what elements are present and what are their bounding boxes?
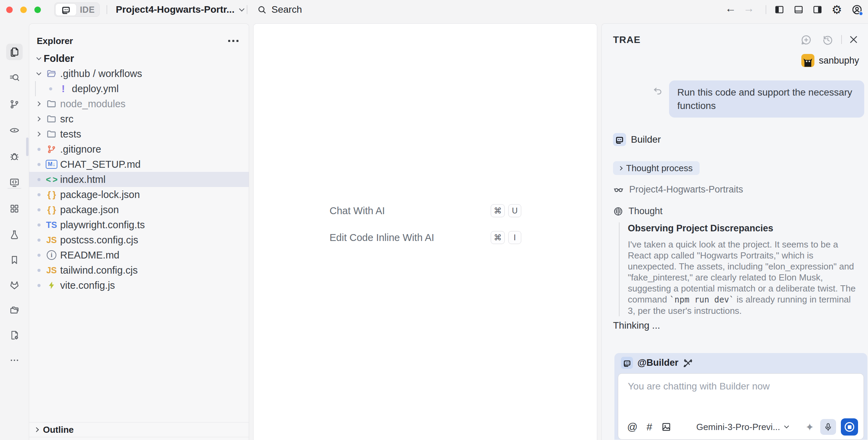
maximize-window-button[interactable] <box>34 7 41 13</box>
folder-icon <box>46 114 57 124</box>
user-avatar[interactable] <box>801 54 814 67</box>
global-search[interactable]: Search <box>257 4 302 15</box>
chevron-down-icon <box>784 424 789 428</box>
forward-button[interactable]: → <box>743 2 754 15</box>
ide-mode-segment[interactable]: IDE <box>76 5 98 15</box>
minimize-window-button[interactable] <box>20 7 27 13</box>
window-controls[interactable] <box>6 7 41 13</box>
bookmark-icon[interactable] <box>6 252 23 268</box>
source-control-icon[interactable] <box>6 96 23 112</box>
model-selector[interactable]: Gemini-3-Pro-Previ... <box>696 422 788 432</box>
tree-row-index-html[interactable]: < > index.html <box>29 172 249 187</box>
outline-section[interactable]: Outline <box>29 422 249 437</box>
modified-dot <box>34 163 44 166</box>
toggle-right-panel-button[interactable] <box>813 5 822 14</box>
thought-process-toggle[interactable]: Thought process <box>613 161 700 175</box>
shortcut-row-chat: Chat With AI ⌘ U <box>330 204 521 218</box>
u-keycap: U <box>508 204 521 217</box>
titlebar-divider <box>107 5 107 14</box>
tree-row-src[interactable]: src <box>29 111 249 126</box>
tree-row-playwright-config[interactable]: TS playwright.config.ts <box>29 217 249 232</box>
project-selector[interactable]: Project4-Hogwarts-Portr... <box>116 4 244 15</box>
search-icon <box>257 5 267 14</box>
thought-title: Observing Project Discrepancies <box>628 222 857 234</box>
i-keycap: I <box>508 231 521 244</box>
test-flask-icon[interactable] <box>6 227 23 243</box>
chevron-down-icon[interactable] <box>34 57 44 59</box>
back-button[interactable]: ← <box>725 2 736 15</box>
tree-row-gitignore[interactable]: .gitignore <box>29 142 249 157</box>
history-icon[interactable] <box>822 34 834 46</box>
enhance-sparkle-icon[interactable]: ✦ <box>805 421 814 433</box>
close-panel-icon[interactable] <box>848 34 859 45</box>
tree-row-chat-setup-md[interactable]: M↓ CHAT_SETUP.md <box>29 157 249 172</box>
projects-folder-icon[interactable] <box>6 302 23 318</box>
command-keycap: ⌘ <box>491 231 505 244</box>
builder-robot-icon <box>621 357 633 369</box>
mode-toggle[interactable]: IDE <box>54 2 100 17</box>
tree-row-vite-config[interactable]: vite.config.js <box>29 278 249 293</box>
folder-icon <box>46 99 57 109</box>
toggle-left-panel-button[interactable] <box>775 5 784 14</box>
explorer-scrollbar-thumb[interactable] <box>26 138 29 156</box>
close-window-button[interactable] <box>6 7 13 13</box>
mention-row: @Builder <box>614 353 867 369</box>
search-panel-icon[interactable] <box>6 70 23 86</box>
account-avatar[interactable] <box>852 4 863 16</box>
attach-image-icon[interactable] <box>661 422 671 432</box>
extensions-grid-icon[interactable] <box>6 200 23 217</box>
chevron-down-icon[interactable] <box>34 73 44 75</box>
file-tree: Folder .github / workflows ! deploy.yml <box>29 51 249 293</box>
tree-row-tests[interactable]: tests <box>29 126 249 142</box>
composer-toolbar: @ # Gemini-3-Pro-Previ... ✦ <box>627 418 858 436</box>
chevron-right-icon[interactable] <box>34 117 44 121</box>
debug-bug-icon[interactable] <box>6 148 23 165</box>
modified-dot <box>34 269 44 272</box>
voice-input-button[interactable] <box>820 419 836 435</box>
tree-row-package-json[interactable]: { } package.json <box>29 202 249 217</box>
chevron-down-icon <box>239 6 245 11</box>
thinking-status: Thinking ... <box>613 320 660 331</box>
more-actions-icon[interactable] <box>6 352 23 368</box>
context-hash-icon[interactable]: # <box>646 421 652 433</box>
explorer-more-button[interactable] <box>228 40 238 42</box>
tree-row-node-modules[interactable]: node_modules <box>29 96 249 111</box>
chevron-right-icon[interactable] <box>34 132 44 136</box>
project-reference-row[interactable]: Project4-Hogwarts-Portraits <box>613 184 743 195</box>
chevron-right-icon[interactable] <box>34 102 44 106</box>
shortcut-label: Chat With AI <box>330 205 385 217</box>
tree-row-deploy-yml[interactable]: ! deploy.yml <box>29 81 249 96</box>
modified-dot <box>34 208 44 211</box>
mention-at-icon[interactable]: @ <box>627 421 637 433</box>
chevron-right-icon <box>34 427 39 432</box>
chat-input[interactable]: You are chatting with Builder now @ # Ge… <box>618 373 864 440</box>
user-message-bubble[interactable]: Run this code and support the necessary … <box>669 80 864 118</box>
gear-icon[interactable]: ⚙ <box>832 3 842 16</box>
revert-message-icon[interactable] <box>653 86 663 97</box>
tree-row-package-lock-json[interactable]: { } package-lock.json <box>29 187 249 202</box>
preview-eye-icon[interactable] <box>6 122 23 139</box>
thought-header: Thought <box>613 206 663 217</box>
tree-row-github-workflows[interactable]: .github / workflows <box>29 66 249 81</box>
html-file-icon: < > <box>46 175 57 185</box>
trae-mode-segment[interactable] <box>56 4 76 15</box>
explorer-header: Explorer <box>29 33 249 48</box>
modified-dot <box>34 178 44 181</box>
stop-generating-button[interactable] <box>841 418 858 436</box>
mention-label[interactable]: @Builder <box>637 358 678 368</box>
code-settings-file-icon[interactable] <box>6 327 23 343</box>
tools-icon[interactable] <box>683 358 693 368</box>
online-status-dot <box>859 11 863 16</box>
agent-header: Builder <box>613 133 661 146</box>
toggle-bottom-panel-button[interactable] <box>794 5 803 14</box>
inline-code: `npm run dev` <box>669 295 734 305</box>
explorer-tab-icon[interactable] <box>6 44 23 60</box>
gitlab-icon[interactable] <box>6 277 23 293</box>
tree-row-readme[interactable]: i README.md <box>29 248 249 263</box>
shortcut-label: Edit Code Inline With AI <box>330 232 434 243</box>
tree-row-folder-root[interactable]: Folder <box>29 51 249 66</box>
tree-row-postcss-config[interactable]: JS postcss.config.cjs <box>29 232 249 248</box>
tree-row-tailwind-config[interactable]: JS tailwind.config.cjs <box>29 263 249 278</box>
javascript-file-icon: JS <box>46 265 57 275</box>
new-chat-icon[interactable] <box>800 34 812 46</box>
